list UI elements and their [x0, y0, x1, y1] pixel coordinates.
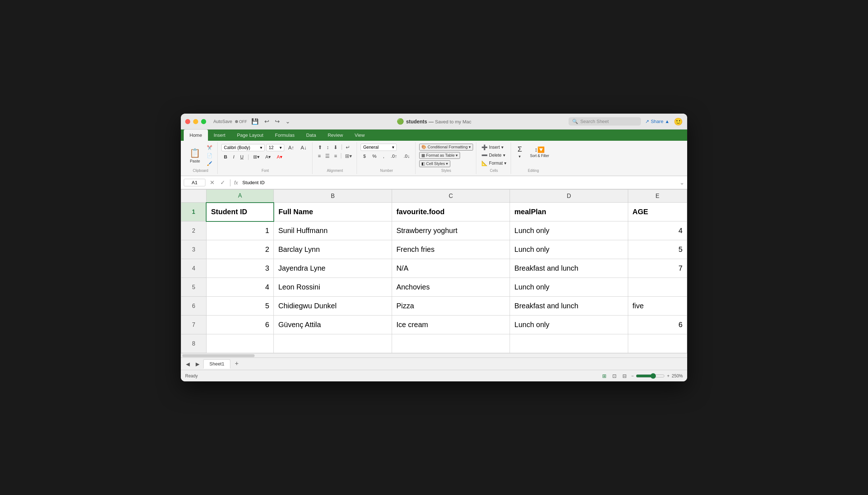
tab-insert[interactable]: Insert: [208, 130, 231, 141]
cell-5-B[interactable]: Leon Rossini: [274, 278, 392, 297]
increase-decimal-button[interactable]: .0↑: [388, 152, 400, 160]
autosum-button[interactable]: Σ ▾: [515, 144, 525, 160]
row-number-4[interactable]: 4: [181, 259, 207, 278]
align-left-button[interactable]: ≡: [316, 152, 323, 160]
cell-6-C[interactable]: Pizza: [392, 297, 510, 316]
format-as-table-button[interactable]: ▦ Format as Table ▾: [419, 152, 460, 159]
format-cells-button[interactable]: 📐 Format ▾: [480, 160, 508, 167]
page-break-view-button[interactable]: ⊟: [621, 372, 628, 380]
cell-6-D[interactable]: Breakfast and lunch: [510, 297, 628, 316]
row-number-1[interactable]: 1: [181, 203, 207, 221]
scroll-thumb[interactable]: [182, 354, 255, 357]
row-number-5[interactable]: 5: [181, 278, 207, 297]
cell-3-A[interactable]: 2: [206, 240, 274, 259]
cell-styles-button[interactable]: ◧ Cell Styles ▾: [419, 160, 450, 167]
cell-4-D[interactable]: Breakfast and lunch: [510, 259, 628, 278]
cell-6-B[interactable]: Chidiegwu Dunkel: [274, 297, 392, 316]
zoom-minus-icon[interactable]: −: [631, 373, 634, 378]
cell-5-C[interactable]: Anchovies: [392, 278, 510, 297]
underline-button[interactable]: U: [238, 153, 246, 161]
sort-filter-button[interactable]: ↕🔽 Sort & Filter: [527, 145, 552, 159]
cell-8-B[interactable]: [274, 334, 392, 353]
cell-4-E[interactable]: 7: [628, 259, 687, 278]
font-color-button[interactable]: A▾: [274, 153, 285, 161]
tab-data[interactable]: Data: [300, 130, 322, 141]
cell-reference-box[interactable]: A1: [184, 179, 205, 186]
number-format-selector[interactable]: General ▾: [361, 144, 397, 151]
percent-button[interactable]: %: [370, 152, 379, 160]
align-middle-button[interactable]: ↕: [325, 144, 331, 151]
cell-3-E[interactable]: 5: [628, 240, 687, 259]
cell-2-E[interactable]: 4: [628, 221, 687, 240]
formula-input[interactable]: [241, 179, 677, 186]
cell-7-E[interactable]: 6: [628, 316, 687, 334]
tab-review[interactable]: Review: [322, 130, 349, 141]
currency-button[interactable]: $: [361, 152, 368, 160]
cell-7-A[interactable]: 6: [206, 316, 274, 334]
insert-cells-button[interactable]: ➕ Insert ▾: [480, 144, 508, 151]
tab-page-layout[interactable]: Page Layout: [231, 130, 269, 141]
cell-4-C[interactable]: N/A: [392, 259, 510, 278]
formula-confirm-button[interactable]: ✓: [219, 178, 226, 187]
conditional-formatting-button[interactable]: 🎨 Conditional Formatting ▾: [419, 144, 473, 151]
merge-cells-button[interactable]: ⊞▾: [343, 152, 354, 160]
fill-color-button[interactable]: A▾: [263, 153, 274, 161]
format-painter-button[interactable]: 🖌️: [205, 160, 214, 167]
cell-5-A[interactable]: 4: [206, 278, 274, 297]
align-right-button[interactable]: ≡: [332, 152, 339, 160]
borders-button[interactable]: ⊞▾: [251, 153, 262, 161]
cell-3-D[interactable]: Lunch only: [510, 240, 628, 259]
paste-button[interactable]: 📋 Paste: [187, 147, 203, 165]
row-number-2[interactable]: 2: [181, 221, 207, 240]
normal-view-button[interactable]: ⊞: [601, 372, 608, 380]
cell-6-E[interactable]: five: [628, 297, 687, 316]
cell-2-C[interactable]: Strawberry yoghurt: [392, 221, 510, 240]
search-box[interactable]: 🔍 Search Sheet: [569, 117, 641, 126]
add-sheet-button[interactable]: +: [232, 359, 242, 368]
customize-button[interactable]: ⌄: [284, 117, 292, 126]
cell-7-B[interactable]: Güvenç Attila: [274, 316, 392, 334]
decrease-decimal-button[interactable]: .0↓: [401, 152, 412, 160]
align-top-button[interactable]: ⬆: [316, 144, 324, 151]
cell-8-A[interactable]: [206, 334, 274, 353]
cell-6-A[interactable]: 5: [206, 297, 274, 316]
col-header-b[interactable]: B: [274, 190, 392, 203]
cell-1-E[interactable]: AGE: [628, 203, 687, 221]
cell-1-A[interactable]: Student ID: [206, 203, 274, 221]
undo-button[interactable]: ↩: [263, 117, 271, 126]
font-size-selector[interactable]: 12 ▾: [266, 144, 284, 151]
wrap-text-button[interactable]: ↵: [344, 144, 352, 151]
cell-2-B[interactable]: Sunil Huffmann: [274, 221, 392, 240]
bold-button[interactable]: B: [221, 153, 230, 161]
col-header-a[interactable]: A: [206, 190, 274, 203]
cell-5-E[interactable]: [628, 278, 687, 297]
share-button[interactable]: ↗ Share ▲: [645, 119, 669, 124]
row-number-8[interactable]: 8: [181, 334, 207, 353]
cut-button[interactable]: ✂️: [205, 144, 214, 151]
font-name-selector[interactable]: Calibri (Body) ▾: [221, 144, 265, 151]
delete-cells-button[interactable]: ➖ Delete ▾: [480, 152, 508, 159]
formula-cancel-button[interactable]: ✕: [208, 178, 216, 187]
zoom-slider[interactable]: [636, 373, 665, 379]
row-number-7[interactable]: 7: [181, 316, 207, 334]
cell-8-D[interactable]: [510, 334, 628, 353]
minimize-button[interactable]: [193, 119, 198, 124]
sheet-tab-sheet1[interactable]: Sheet1: [203, 359, 230, 369]
align-center-button[interactable]: ☰: [323, 152, 332, 160]
cell-1-C[interactable]: favourite.food: [392, 203, 510, 221]
cell-2-D[interactable]: Lunch only: [510, 221, 628, 240]
prev-sheet-button[interactable]: ◀: [184, 360, 192, 368]
cell-8-E[interactable]: [628, 334, 687, 353]
zoom-plus-icon[interactable]: +: [667, 373, 669, 378]
align-bottom-button[interactable]: ⬇: [332, 144, 340, 151]
cell-4-B[interactable]: Jayendra Lyne: [274, 259, 392, 278]
page-layout-view-button[interactable]: ⊡: [611, 372, 618, 380]
increase-font-btn[interactable]: A↑: [286, 144, 297, 152]
italic-button[interactable]: I: [230, 153, 237, 161]
quick-save-button[interactable]: 💾: [250, 117, 260, 126]
cell-3-B[interactable]: Barclay Lynn: [274, 240, 392, 259]
cell-5-D[interactable]: Lunch only: [510, 278, 628, 297]
cell-1-B[interactable]: Full Name: [274, 203, 392, 221]
horizontal-scrollbar[interactable]: [181, 353, 687, 358]
formula-expand-button[interactable]: ⌄: [680, 179, 684, 186]
